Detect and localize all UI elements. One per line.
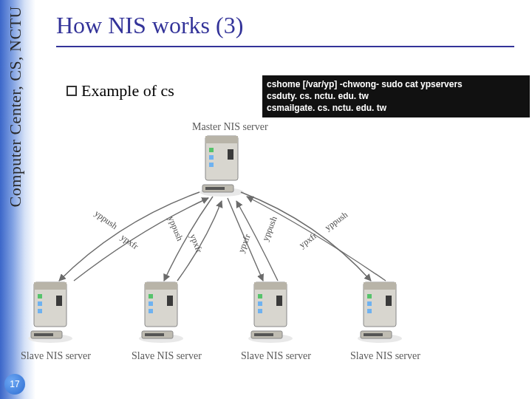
- square-bullet-icon: [66, 86, 77, 96]
- slave-label: Slave NIS server: [350, 350, 420, 362]
- arrow-label-yppush: yppush: [166, 215, 185, 243]
- slave-server-icon: [247, 279, 294, 344]
- slave-server-icon: [356, 279, 403, 344]
- terminal-line-1: cshome [/var/yp] -chwong- sudo cat ypser…: [267, 78, 525, 90]
- master-server-label: Master NIS server: [192, 121, 268, 133]
- slave-label: Slave NIS server: [241, 350, 311, 362]
- page-number-badge: 17: [4, 374, 25, 395]
- slave-label: Slave NIS server: [132, 350, 202, 362]
- sidebar-vertical-label: Computer Center, CS, NCTU: [6, 6, 25, 208]
- slave-label: Slave NIS server: [21, 350, 91, 362]
- bullet-example-of-cs: Example of cs: [66, 81, 174, 100]
- bullet-text: Example of cs: [81, 81, 174, 100]
- arrow-label-yppush: yppush: [323, 209, 350, 233]
- master-server-icon: [198, 133, 245, 198]
- slide-title: How NIS works (3): [56, 12, 243, 39]
- title-divider: [56, 46, 514, 47]
- slave-server-icon: [137, 279, 185, 344]
- arrow-label-ypxfr: ypxfr: [236, 233, 253, 255]
- terminal-line-3: csmailgate. cs. nctu. edu. tw: [267, 102, 525, 114]
- slave-server-icon: [27, 279, 74, 344]
- arrow-label-ypxfr: ypxfr: [187, 233, 205, 255]
- arrow-label-yppush: yppush: [92, 208, 120, 232]
- arrow-label-ypxfr: ypxfr: [118, 232, 140, 252]
- arrow-label-yppush: yppush: [260, 215, 280, 243]
- arrow-label-ypxfr: ypxfr: [297, 231, 319, 250]
- terminal-line-2: csduty. cs. nctu. edu. tw: [267, 90, 525, 102]
- terminal-output: cshome [/var/yp] -chwong- sudo cat ypser…: [262, 75, 530, 117]
